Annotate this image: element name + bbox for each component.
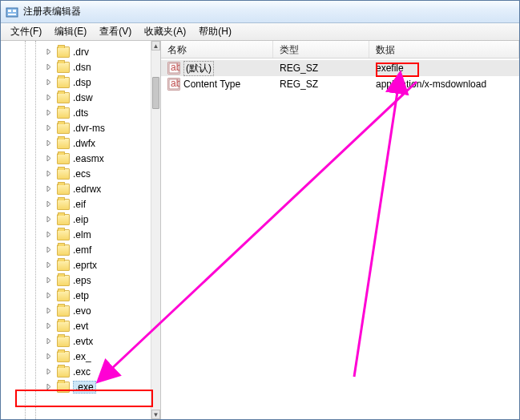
expand-icon[interactable]: [46, 322, 53, 329]
expand-icon[interactable]: [46, 155, 53, 162]
folder-icon: [57, 351, 70, 362]
expand-icon[interactable]: [46, 79, 53, 86]
expand-icon[interactable]: [46, 216, 53, 223]
tree-pane[interactable]: .drv.dsn.dsp.dsw.dts.dvr-ms.dwfx.easmx.e…: [1, 41, 161, 419]
expand-icon[interactable]: [46, 353, 53, 360]
tree-node-dwfx[interactable]: .dwfx: [1, 135, 151, 151]
titlebar[interactable]: 注册表编辑器: [1, 1, 519, 23]
list-header[interactable]: 名称 类型 数据: [161, 41, 519, 59]
expand-icon[interactable]: [46, 94, 53, 101]
tree-node-eip[interactable]: .eip: [1, 212, 151, 227]
column-header-type[interactable]: 类型: [273, 41, 369, 58]
menu-file[interactable]: 文件(F): [4, 23, 48, 40]
tree-node-ecs[interactable]: .ecs: [1, 166, 151, 181]
tree-node-label: .dwfx: [73, 138, 95, 149]
menu-view[interactable]: 查看(V): [93, 23, 138, 40]
folder-icon: [57, 229, 70, 240]
folder-icon: [57, 123, 70, 134]
svg-text:ab: ab: [171, 63, 179, 73]
tree-node-label: .eps: [73, 275, 91, 286]
tree-node-easmx[interactable]: .easmx: [1, 151, 151, 166]
value-row[interactable]: abContent TypeREG_SZapplication/x-msdown…: [161, 76, 519, 92]
expand-icon[interactable]: [46, 383, 53, 390]
tree-node-elm[interactable]: .elm: [1, 227, 151, 242]
tree-node-dsn[interactable]: .dsn: [1, 59, 151, 75]
scrollbar-thumb[interactable]: [152, 77, 159, 109]
tree-node-exe[interactable]: .exe: [1, 379, 151, 394]
expand-icon[interactable]: [46, 337, 53, 345]
svg-text:ab: ab: [171, 79, 179, 89]
tree-node-dts[interactable]: .dts: [1, 105, 151, 120]
tree-node-eps[interactable]: .eps: [1, 273, 151, 288]
expand-icon[interactable]: [46, 124, 53, 131]
value-row[interactable]: ab(默认)REG_SZexefile: [161, 60, 519, 76]
tree-node-label: .edrwx: [73, 184, 101, 195]
app-icon: [6, 6, 18, 18]
tree-node-dsw[interactable]: .dsw: [1, 90, 151, 105]
tree-node-label: .eif: [73, 199, 86, 210]
expand-icon[interactable]: [46, 231, 53, 238]
value-type-cell: REG_SZ: [273, 63, 369, 74]
tree-node-exc[interactable]: .exc: [1, 364, 151, 379]
tree-node-label: .dsn: [73, 62, 91, 73]
scroll-up-arrow-icon[interactable]: ▲: [151, 41, 160, 50]
string-value-icon: ab: [167, 62, 180, 75]
expand-icon[interactable]: [46, 307, 53, 314]
folder-icon: [57, 77, 70, 88]
expand-icon[interactable]: [46, 246, 53, 253]
folder-icon: [57, 244, 70, 256]
expand-icon[interactable]: [46, 109, 53, 116]
expand-icon[interactable]: [46, 292, 53, 299]
tree-node-label: .evo: [73, 305, 91, 317]
menu-help[interactable]: 帮助(H): [192, 23, 238, 40]
expand-icon[interactable]: [46, 170, 53, 177]
expand-icon[interactable]: [46, 139, 53, 147]
menu-edit[interactable]: 编辑(E): [48, 23, 93, 40]
expand-icon[interactable]: [46, 185, 53, 192]
expand-icon[interactable]: [46, 48, 53, 55]
tree-node-edrwx[interactable]: .edrwx: [1, 181, 151, 196]
tree-node-drv[interactable]: .drv: [1, 44, 151, 59]
tree-node-eif[interactable]: .eif: [1, 196, 151, 212]
value-name-cell: ab(默认): [161, 61, 273, 76]
folder-icon: [57, 214, 70, 225]
expand-icon[interactable]: [46, 277, 53, 284]
string-value-icon: ab: [167, 78, 180, 91]
tree-node-label: .evt: [73, 321, 88, 332]
tree-node-evtx[interactable]: .evtx: [1, 333, 151, 349]
tree-node-emf[interactable]: .emf: [1, 242, 151, 257]
folder-icon: [57, 62, 70, 73]
registry-editor-window: 注册表编辑器 文件(F) 编辑(E) 查看(V) 收藏夹(A) 帮助(H) .d…: [0, 0, 520, 420]
tree-vertical-scrollbar[interactable]: ▲ ▼: [151, 41, 160, 419]
column-header-name[interactable]: 名称: [161, 41, 273, 58]
folder-icon: [57, 138, 70, 149]
tree-node-label: .emf: [73, 244, 91, 256]
tree-node-etp[interactable]: .etp: [1, 288, 151, 303]
value-name-text: (默认): [183, 61, 214, 76]
folder-icon: [57, 92, 70, 103]
tree-node-evo[interactable]: .evo: [1, 303, 151, 318]
scroll-down-arrow-icon[interactable]: ▼: [151, 410, 160, 419]
list-body: ab(默认)REG_SZexefileabContent TypeREG_SZa…: [161, 59, 519, 419]
tree-node-dvr-ms[interactable]: .dvr-ms: [1, 120, 151, 135]
tree-node-label: .drv: [73, 46, 89, 58]
folder-icon: [57, 321, 70, 332]
expand-icon[interactable]: [46, 261, 53, 269]
folder-icon: [57, 305, 70, 317]
expand-icon[interactable]: [46, 368, 53, 375]
tree-node-label: .easmx: [73, 153, 104, 164]
tree-scroll: .drv.dsn.dsp.dsw.dts.dvr-ms.dwfx.easmx.e…: [1, 41, 151, 419]
menu-favorites[interactable]: 收藏夹(A): [138, 23, 192, 40]
tree-node-label: .ex_: [73, 351, 91, 362]
tree-node-eprtx[interactable]: .eprtx: [1, 257, 151, 273]
folder-icon: [57, 336, 70, 347]
expand-icon[interactable]: [46, 63, 53, 71]
expand-icon[interactable]: [46, 200, 53, 208]
tree-node-evt[interactable]: .evt: [1, 318, 151, 333]
tree-node-label: .dsp: [73, 77, 91, 88]
value-type-cell: REG_SZ: [273, 79, 369, 90]
column-header-data[interactable]: 数据: [369, 41, 519, 58]
tree-node-ex_[interactable]: .ex_: [1, 349, 151, 364]
value-name-cell: abContent Type: [161, 78, 273, 91]
tree-node-dsp[interactable]: .dsp: [1, 75, 151, 90]
